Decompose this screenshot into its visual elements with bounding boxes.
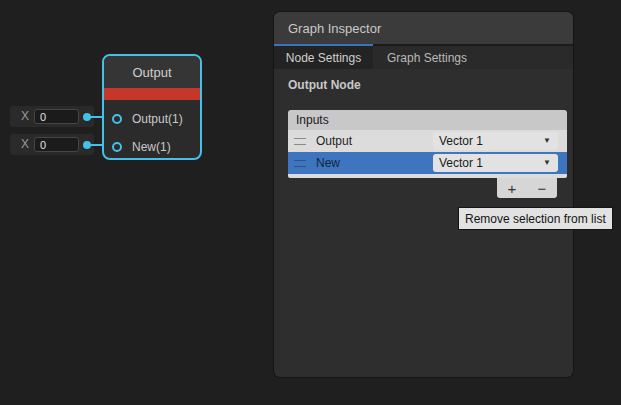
type-dropdown[interactable]: Vector 1 ▼ — [433, 132, 558, 150]
tooltip: Remove selection from list — [458, 207, 613, 230]
row-name: New — [316, 156, 340, 170]
axis-label: X — [21, 109, 29, 123]
tab-node-settings[interactable]: Node Settings — [274, 46, 373, 69]
output-node[interactable]: Output Output(1) New(1) — [102, 54, 202, 160]
axis-label: X — [21, 137, 29, 151]
value-input[interactable] — [34, 109, 79, 124]
panel-header[interactable]: Graph Inspector — [274, 12, 573, 44]
panel-title: Graph Inspector — [288, 21, 381, 36]
section-title: Output Node — [288, 78, 361, 92]
port-input-widget: X — [10, 134, 94, 155]
drag-handle-icon[interactable] — [294, 160, 306, 167]
dropdown-value: Vector 1 — [439, 134, 483, 148]
node-title: Output — [104, 56, 200, 88]
list-row-selected[interactable]: New Vector 1 ▼ — [288, 152, 567, 174]
port-row: Output(1) — [104, 105, 200, 133]
tab-bar: Node Settings Graph Settings — [274, 44, 573, 69]
chevron-down-icon: ▼ — [543, 158, 551, 167]
port-label: Output(1) — [132, 112, 183, 126]
node-accent-bar — [104, 88, 200, 100]
input-port-icon[interactable] — [112, 142, 122, 152]
list-row[interactable]: Output Vector 1 ▼ — [288, 130, 567, 152]
node-body: Output(1) New(1) — [104, 100, 200, 160]
port-row: New(1) — [104, 133, 200, 160]
graph-inspector-panel: Graph Inspector Node Settings Graph Sett… — [274, 12, 573, 377]
type-dropdown[interactable]: Vector 1 ▼ — [433, 154, 558, 172]
dropdown-value: Vector 1 — [439, 156, 483, 170]
row-name: Output — [316, 134, 352, 148]
drag-handle-icon[interactable] — [294, 138, 306, 145]
remove-button[interactable]: − — [527, 178, 557, 198]
port-input-widget: X — [10, 106, 94, 127]
input-port-icon[interactable] — [112, 114, 122, 124]
list-footer: + − — [497, 178, 557, 198]
chevron-down-icon: ▼ — [543, 136, 551, 145]
tab-graph-settings[interactable]: Graph Settings — [373, 46, 481, 69]
add-button[interactable]: + — [497, 178, 527, 198]
port-label: New(1) — [132, 140, 171, 154]
inputs-list: Inputs Output Vector 1 ▼ New Vector 1 ▼ … — [288, 110, 567, 178]
value-input[interactable] — [34, 137, 79, 152]
list-header: Inputs — [288, 110, 567, 130]
